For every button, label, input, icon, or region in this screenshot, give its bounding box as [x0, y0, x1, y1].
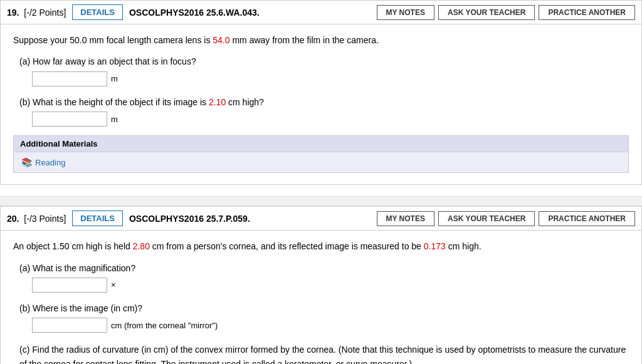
- question-19-details-button[interactable]: DETAILS: [72, 4, 123, 20]
- question-20-details-button[interactable]: DETAILS: [72, 211, 123, 226]
- question-19-header: 19. [-/2 Points] DETAILS OSCOLPHYS2016 2…: [1, 1, 641, 24]
- separator: [0, 196, 642, 206]
- sub-b-input-20[interactable]: [32, 318, 107, 333]
- question-20-block: 20. [-/3 Points] DETAILS OSCOLPHYS2016 2…: [0, 206, 642, 364]
- sub-b-label: (b) What is the height of the object if …: [19, 95, 629, 109]
- sub-b-input-row-20: cm (from the corneal "mirror"): [19, 318, 629, 333]
- sub-a-label-20: (a) What is the magnification?: [19, 261, 629, 275]
- practice-another-button-20[interactable]: PRACTICE ANOTHER: [539, 211, 635, 226]
- question-20-sub-b: (b) Where is the image (in cm)? cm (from…: [13, 301, 629, 333]
- question-20-sub-c: (c) Find the radius of curvature (in cm)…: [13, 343, 629, 364]
- ask-teacher-button-20[interactable]: ASK YOUR TEACHER: [438, 211, 535, 226]
- sub-a-unit-20: ×: [111, 280, 116, 289]
- question-20-header: 20. [-/3 Points] DETAILS OSCOLPHYS2016 2…: [1, 207, 641, 231]
- sub-b-unit: m: [111, 115, 118, 124]
- question-20-number: 20. [-/3 Points]: [7, 214, 66, 224]
- sub-a-input-row: m: [19, 71, 629, 86]
- question-20-text: An object 1.50 cm high is held 2.80 cm f…: [13, 239, 629, 253]
- book-icon-19: 📚: [21, 157, 32, 167]
- question-19-sub-a: (a) How far away is an object that is in…: [13, 55, 629, 86]
- question-19-block: 19. [-/2 Points] DETAILS OSCOLPHYS2016 2…: [0, 0, 642, 185]
- my-notes-button-19[interactable]: MY NOTES: [377, 5, 434, 20]
- reading-link-19[interactable]: 📚 Reading: [21, 157, 621, 167]
- sub-c-text-20: (c) Find the radius of curvature (in cm)…: [19, 343, 629, 364]
- question-19-header-buttons: MY NOTES ASK YOUR TEACHER PRACTICE ANOTH…: [377, 5, 636, 20]
- my-notes-button-20[interactable]: MY NOTES: [377, 211, 434, 226]
- sub-b-label-20: (b) Where is the image (in cm)?: [19, 301, 629, 315]
- additional-title-19: Additional Materials: [14, 136, 628, 152]
- question-20-body: An object 1.50 cm high is held 2.80 cm f…: [1, 231, 641, 364]
- sub-a-input[interactable]: [32, 71, 107, 86]
- question-19-number: 19. [-/2 Points]: [7, 8, 66, 18]
- question-19-text: Suppose your 50.0 mm focal length camera…: [13, 33, 629, 47]
- sub-b-input[interactable]: [32, 112, 107, 127]
- sub-a-input-20[interactable]: [32, 278, 107, 293]
- question-19-body: Suppose your 50.0 mm focal length camera…: [1, 24, 641, 184]
- question-20-sub-a: (a) What is the magnification? ×: [13, 261, 629, 293]
- additional-content-19: 📚 Reading: [14, 152, 628, 172]
- sub-a-input-row-20: ×: [19, 278, 629, 293]
- sub-b-input-row: m: [19, 112, 629, 127]
- question-19-sub-b: (b) What is the height of the object if …: [13, 95, 629, 127]
- ask-teacher-button-19[interactable]: ASK YOUR TEACHER: [438, 5, 535, 20]
- additional-materials-19: Additional Materials 📚 Reading: [13, 135, 629, 173]
- sub-a-unit: m: [111, 74, 118, 83]
- sub-a-label: (a) How far away is an object that is in…: [19, 55, 629, 68]
- practice-another-button-19[interactable]: PRACTICE ANOTHER: [539, 5, 635, 20]
- question-20-header-buttons: MY NOTES ASK YOUR TEACHER PRACTICE ANOTH…: [377, 211, 636, 226]
- question-19-code: OSCOLPHYS2016 25.6.WA.043.: [129, 8, 371, 18]
- sub-b-unit-20: cm (from the corneal "mirror"): [111, 321, 218, 330]
- question-20-code: OSCOLPHYS2016 25.7.P.059.: [129, 214, 371, 224]
